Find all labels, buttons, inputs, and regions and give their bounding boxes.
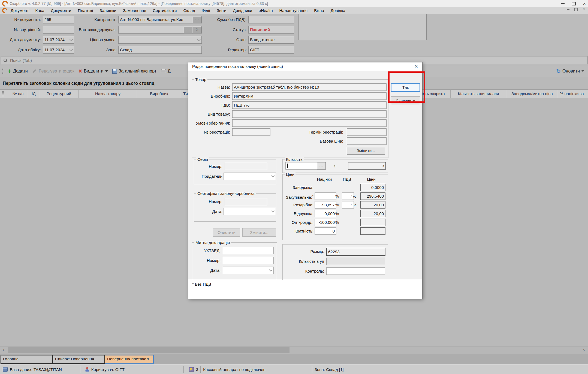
producer-field[interactable]: ИнтерХим	[232, 92, 387, 100]
col-markup-pct[interactable]: % націнки за	[558, 90, 588, 98]
menu-item-directories[interactable]: Довідники	[233, 8, 252, 13]
series-valid-combo[interactable]	[224, 173, 276, 180]
restore-icon[interactable]	[572, 2, 576, 5]
zone-field[interactable]: Склад	[118, 46, 202, 54]
refresh-icon: ↻	[556, 69, 561, 74]
print-button[interactable]: Д	[161, 69, 171, 74]
col-factory-price[interactable]: Заводська/митна ціна	[506, 90, 558, 98]
uktzed-field[interactable]	[223, 247, 274, 254]
consignee-browse-button[interactable]: ···	[184, 27, 192, 33]
menu-item-settings[interactable]: Налаштування	[279, 8, 308, 13]
close-icon[interactable]: ×	[583, 1, 586, 6]
consignee-field[interactable]: ··· X	[118, 26, 202, 34]
col-prescription[interactable]: Рецептурний	[39, 90, 79, 98]
dialog-title-bar[interactable]: Рядок повернення постачальнику (новий за…	[188, 62, 422, 71]
menu-item-document[interactable]: Документ	[11, 8, 29, 13]
menu-item-branches[interactable]: Філії	[202, 8, 210, 13]
tab-supplier-return[interactable]: Повернення постачал ..	[105, 355, 154, 364]
menu-item-stock[interactable]: Залишки	[99, 8, 116, 13]
menu-item-certificates[interactable]: Сертифікати	[153, 8, 177, 13]
quantity-input[interactable]	[285, 162, 318, 170]
retail-vat-field[interactable]: 7	[342, 201, 354, 209]
menu-item-orders[interactable]: Замовлення	[123, 8, 146, 13]
selling-markup-field[interactable]: 0,000	[315, 210, 336, 217]
tab-home[interactable]: Головна	[1, 355, 53, 364]
base-price-field[interactable]	[347, 137, 387, 145]
wholesale-markup-field[interactable]: -100,000	[315, 219, 336, 226]
sum-field[interactable]	[248, 16, 294, 23]
price-cond-combo[interactable]	[118, 36, 202, 44]
reg-term-field[interactable]	[347, 128, 387, 136]
clear-cert-button[interactable]: Очистити	[213, 228, 240, 237]
minimize-icon[interactable]	[561, 3, 565, 4]
kind-label: Вид товару:	[194, 110, 230, 118]
internal-no-label: № внутрішній:	[3, 26, 41, 34]
multiplicity-field[interactable]: 0	[315, 227, 336, 235]
scroll-right-icon[interactable]: ›	[580, 346, 587, 354]
vat-field[interactable]: ПДВ 7%	[232, 101, 387, 109]
series-number-field[interactable]	[225, 163, 267, 170]
menu-item-help[interactable]: Довідка	[331, 8, 345, 13]
horizontal-scrollbar[interactable]: ‹ ›	[0, 346, 588, 354]
change-product-button[interactable]: Змінити...	[347, 147, 385, 155]
export-button[interactable]: Загальний експорт	[112, 69, 156, 74]
menu-item-reports[interactable]: Звіти	[217, 8, 227, 13]
customs-number-field[interactable]	[223, 257, 274, 264]
customs-date-combo[interactable]	[223, 267, 274, 274]
cert-number-field[interactable]	[225, 198, 267, 205]
mdi-close-icon[interactable]: ×	[583, 8, 585, 11]
mdi-restore-icon[interactable]	[574, 8, 578, 11]
menu-item-ehealth[interactable]: eHealth	[259, 8, 273, 13]
cash-count: 3	[196, 367, 198, 372]
name-field[interactable]: Амицитрон экстратаб табл. п/о блистер №1…	[232, 83, 387, 91]
col-id[interactable]: ІД	[28, 90, 39, 98]
reg-no-field[interactable]	[232, 128, 270, 136]
scroll-left-icon[interactable]: ‹	[0, 346, 7, 354]
col-row-no[interactable]: № п/п	[8, 90, 28, 98]
col-qty-closed[interactable]: ість закрито	[422, 90, 450, 98]
chevron-down-icon[interactable]	[581, 70, 584, 72]
edit-row-button[interactable]: Редагувати рядок	[32, 69, 74, 74]
menu-item-warehouse[interactable]: Склад	[183, 8, 195, 13]
size-field[interactable]: 62293	[326, 248, 385, 256]
col-product-name[interactable]: Назва товару	[78, 90, 137, 98]
doc-no-label: № документа:	[3, 16, 41, 23]
chevron-down-icon[interactable]	[105, 70, 108, 72]
add-button[interactable]: + Додати	[8, 68, 28, 74]
cert-date-combo[interactable]	[224, 208, 276, 215]
menu-item-kasa[interactable]: Каса	[35, 8, 44, 13]
contragent-field[interactable]: Апт №003 пгт.Барышевка, ул.Кие ···	[118, 16, 202, 23]
storage-field[interactable]	[232, 119, 387, 127]
refresh-button[interactable]: ↻ Оновити	[556, 65, 584, 77]
mdi-minimize-icon[interactable]	[567, 9, 569, 10]
reg-no-label: № реєстрації:	[194, 128, 230, 136]
chevron-down-icon[interactable]	[271, 209, 275, 213]
quantity-browse-button[interactable]: ···	[317, 162, 326, 170]
toolbar-grip[interactable]	[2, 68, 3, 74]
purchase-markup-field[interactable]	[315, 192, 336, 200]
menu-item-documents[interactable]: Документи	[51, 8, 71, 13]
percent-sign: %	[353, 192, 356, 200]
control-field[interactable]	[326, 267, 385, 275]
menu-item-payments[interactable]: Платежі	[78, 8, 93, 13]
col-qty-left[interactable]: Кількість залишилася	[450, 90, 506, 98]
purchase-vat-field[interactable]: 7	[342, 192, 354, 200]
floppy-icon	[112, 69, 117, 74]
chevron-down-icon[interactable]	[271, 174, 275, 177]
kind-field[interactable]	[232, 110, 387, 118]
chevron-down-icon[interactable]	[269, 268, 273, 272]
grid-grip-icon	[2, 91, 4, 96]
menu-item-windows[interactable]: Вікна	[314, 8, 324, 13]
consignee-clear-button[interactable]: X	[193, 27, 201, 33]
retail-markup-field[interactable]: -93,697	[315, 201, 336, 209]
delete-button[interactable]: × Видалити	[79, 69, 108, 74]
contragent-browse-button[interactable]: ···	[193, 17, 201, 23]
mdi-window-controls: ×	[567, 8, 585, 11]
col-producer[interactable]: Виробник	[137, 90, 181, 98]
change-cert-button[interactable]: Змінити...	[242, 228, 276, 237]
scrollbar-thumb[interactable]	[8, 347, 290, 353]
dialog-close-icon[interactable]: ×	[414, 63, 418, 70]
chevron-down-icon[interactable]	[197, 38, 201, 41]
tab-returns-list[interactable]: Список: Повернення ...	[53, 355, 105, 364]
app-menu-icon[interactable]	[1, 7, 8, 14]
